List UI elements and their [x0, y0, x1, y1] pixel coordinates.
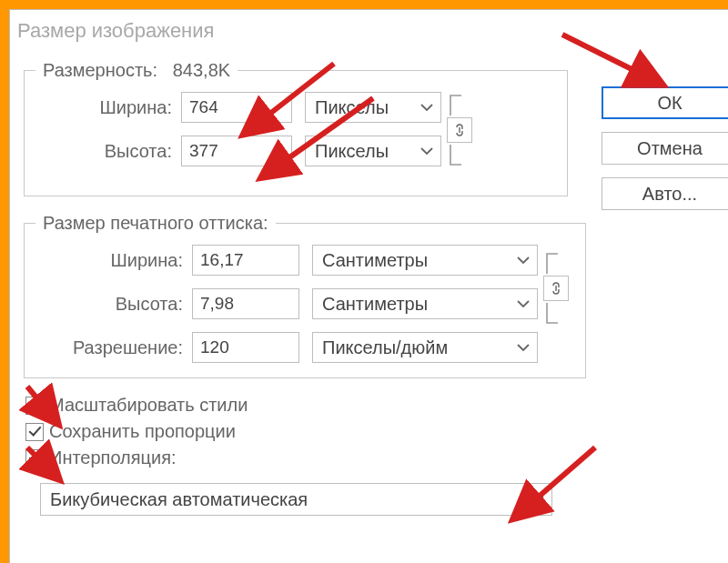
- width-label: Ширина:: [35, 97, 181, 118]
- constrain-proportions-button[interactable]: [447, 117, 472, 143]
- width-unit-value: Пикселы: [315, 97, 389, 118]
- dimensions-legend-text: Размерность:: [43, 60, 157, 80]
- height-unit-select[interactable]: Пикселы: [305, 136, 441, 166]
- print-constrain-button[interactable]: [543, 276, 569, 301]
- interpolation-method-select[interactable]: Бикубическая автоматическая: [40, 483, 552, 516]
- dialog-buttons: ОК Отмена Авто...: [602, 86, 728, 210]
- cancel-button[interactable]: Отмена: [602, 132, 728, 165]
- print-width-label: Ширина:: [35, 250, 192, 271]
- chevron-down-icon: [517, 300, 530, 308]
- image-size-dialog: Размер изображения Размерность: 843,8K Ш…: [9, 9, 728, 563]
- print-height-unit-select[interactable]: Сантиметры: [312, 288, 538, 319]
- preserve-aspect-checkbox[interactable]: [25, 423, 44, 441]
- cancel-button-label: Отмена: [637, 138, 703, 159]
- print-width-unit-select[interactable]: Сантиметры: [312, 245, 538, 276]
- auto-button[interactable]: Авто...: [602, 177, 728, 210]
- pixel-dimensions-legend: Размерность: 843,8K: [35, 60, 238, 81]
- link-icon: [550, 281, 562, 296]
- interpolation-method-value: Бикубическая автоматическая: [50, 489, 308, 510]
- print-width-input[interactable]: [192, 245, 299, 276]
- print-link: [538, 245, 574, 332]
- dialog-title: Размер изображения: [17, 19, 214, 43]
- ok-button[interactable]: ОК: [602, 86, 728, 119]
- height-unit-value: Пикселы: [315, 141, 389, 162]
- interpolation-row: Интерполяция:: [25, 447, 728, 468]
- interpolation-label: Интерполяция:: [49, 447, 177, 468]
- auto-button-label: Авто...: [642, 184, 697, 205]
- chevron-down-icon: [420, 104, 433, 112]
- scale-styles-checkbox[interactable]: [25, 397, 44, 415]
- dimensions-size-value: 843,8K: [173, 60, 230, 80]
- chevron-down-icon: [420, 147, 433, 156]
- dimensions-link: [441, 92, 478, 168]
- print-height-label: Высота:: [35, 294, 192, 315]
- width-input[interactable]: [181, 92, 292, 123]
- chevron-down-icon: [517, 256, 530, 265]
- print-size-legend: Размер печатного оттиска:: [35, 213, 276, 234]
- resolution-unit-value: Пикселы/дюйм: [322, 337, 448, 358]
- height-label: Высота:: [35, 141, 181, 162]
- height-input[interactable]: [181, 136, 292, 166]
- resolution-unit-select[interactable]: Пикселы/дюйм: [312, 332, 538, 363]
- scale-styles-row: Масштабировать стили: [25, 395, 728, 416]
- width-unit-select[interactable]: Пикселы: [305, 92, 441, 123]
- chevron-down-icon: [517, 344, 530, 352]
- chevron-down-icon: [531, 496, 544, 504]
- resolution-label: Разрешение:: [35, 337, 192, 358]
- preserve-aspect-label: Сохранить пропорции: [49, 421, 236, 442]
- link-icon: [453, 123, 466, 137]
- print-height-unit-value: Сантиметры: [322, 294, 428, 315]
- interpolation-checkbox[interactable]: [25, 449, 44, 467]
- print-size-group: Размер печатного оттиска: Ширина: Сантим…: [24, 213, 586, 378]
- preserve-aspect-row: Сохранить пропорции: [25, 421, 728, 442]
- print-height-input[interactable]: [192, 288, 299, 319]
- ok-button-label: ОК: [657, 93, 682, 114]
- pixel-dimensions-group: Размерность: 843,8K Ширина: Пикселы Высо…: [24, 60, 568, 196]
- scale-styles-label: Масштабировать стили: [49, 395, 248, 416]
- print-width-unit-value: Сантиметры: [322, 250, 428, 271]
- resolution-input[interactable]: [192, 332, 299, 363]
